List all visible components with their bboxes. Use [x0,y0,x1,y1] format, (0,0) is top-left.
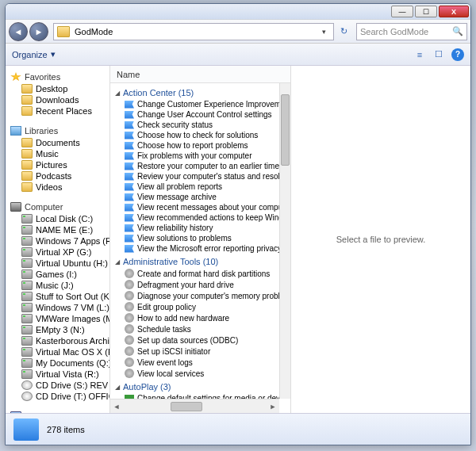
flag-icon [125,152,134,160]
list-item[interactable]: View event logs [110,357,279,368]
sidebar-item[interactable]: Windows 7 VM (L:) [6,302,109,313]
list-item[interactable]: Fix problems with your computer [110,151,279,161]
back-button[interactable]: ◄ [9,22,28,41]
sidebar-item[interactable]: Recent Places [6,105,109,117]
list-item-label: View recent messages about your computer [137,203,279,212]
list-item[interactable]: Change default settings for media or dev… [110,393,279,399]
forward-button[interactable]: ► [29,22,48,41]
address-dropdown-icon[interactable]: ▾ [317,28,330,36]
list-item[interactable]: Choose how to check for solutions [110,130,279,140]
close-button[interactable]: X [439,6,469,17]
list-item[interactable]: How to add new hardware [110,312,279,323]
list-item[interactable]: View local services [110,368,279,379]
sidebar-item[interactable]: Windows 7 Apps (F:) [6,235,109,247]
scroll-right-icon[interactable]: ► [267,403,279,411]
list-item[interactable]: Set up data sources (ODBC) [110,334,279,346]
search-placeholder: Search GodMode [360,27,428,36]
drive-icon [21,369,33,379]
group-header[interactable]: ◢Action Center (15) [110,86,279,99]
flag-icon [125,235,134,243]
help-button[interactable]: ? [451,48,464,61]
gear-icon [125,346,134,356]
sidebar-item[interactable]: Documents [6,137,109,148]
list-item[interactable]: Choose how to report problems [110,140,279,151]
list-item[interactable]: Restore your computer to an earlier time [110,161,279,171]
refresh-button[interactable]: ↻ [336,26,351,36]
sidebar-item[interactable]: Downloads [6,94,109,105]
sidebar-item[interactable]: Pictures [6,159,109,170]
list-item[interactable]: Change User Account Control settings [110,109,279,120]
sidebar-item[interactable]: VMWare Images (M:) [6,313,109,324]
list-item[interactable]: View solutions to problems [110,233,279,243]
list-item[interactable]: View recommended actions to keep Windows… [110,212,279,223]
sidebar-item[interactable]: Videos [6,182,109,193]
list-item-label: Check security status [137,120,213,129]
sidebar-item-label: CD Drive (S:) REV 35 [36,380,109,390]
list-item[interactable]: View recent messages about your computer [110,202,279,212]
list-item[interactable]: Change Customer Experience Improvement P… [110,99,279,109]
libraries-header[interactable]: Libraries [6,124,109,137]
list-item[interactable]: Set up iSCSI initiator [110,346,279,357]
list-item[interactable]: Check security status [110,120,279,130]
list-item[interactable]: View the Microsoft error reporting priva… [110,243,279,254]
ico-fold-icon [21,138,33,147]
sidebar-item[interactable]: Local Disk (C:) [6,213,109,224]
organize-button[interactable]: Organize ▾ [12,49,56,59]
column-header-name[interactable]: Name [110,66,290,83]
group-header[interactable]: ◢Administrative Tools (10) [110,255,279,268]
sidebar-item[interactable]: Virtual Ubuntu (H:) [6,258,109,269]
sidebar-item[interactable]: NAME ME (E:) [6,224,109,235]
sidebar-item[interactable]: CD Drive (S:) REV 35 [6,380,109,391]
sidebar-item[interactable]: Stuff to Sort Out (K:) [6,291,109,302]
sidebar-item[interactable]: Podcasts [6,170,109,182]
search-input[interactable]: Search GodMode 🔍 [356,23,467,40]
address-bar[interactable]: GodMode ▾ [53,23,334,40]
preview-pane-button[interactable]: ☐ [432,48,445,61]
sidebar-item[interactable]: Desktop [6,83,109,94]
computer-group: Computer Local Disk (C:)NAME ME (E:)Wind… [6,201,109,402]
sidebar-item-label: Virtual Ubuntu (H:) [36,258,108,268]
sidebar-item-label: My Documents (Q:) [36,358,109,368]
list-item-label: Set up data sources (ODBC) [137,336,238,345]
vertical-scrollbar[interactable] [279,83,290,399]
horizontal-scrollbar[interactable]: ◄ ► [110,399,279,413]
sidebar-item[interactable]: Games (I:) [6,269,109,280]
flag-icon [125,162,134,170]
list-item[interactable]: Defragment your hard drive [110,279,279,290]
list-item[interactable]: Edit group policy [110,301,279,312]
list-item-label: View local services [137,369,204,378]
sidebar-item-label: Videos [36,182,62,192]
preview-text: Select a file to preview. [336,235,426,244]
minimize-button[interactable]: — [391,6,413,17]
list-item[interactable]: Create and format hard disk partitions [110,268,279,279]
sidebar-item[interactable]: Virtual Vista (R:) [6,369,109,380]
list-item[interactable]: View all problem reports [110,182,279,192]
list-item-label: Choose how to check for solutions [137,131,258,140]
scroll-thumb[interactable] [281,94,290,166]
list-item[interactable]: View reliability history [110,223,279,233]
view-button[interactable]: ≡ [413,48,426,61]
list-item[interactable]: View message archive [110,192,279,202]
computer-header[interactable]: Computer [6,201,109,213]
group-header[interactable]: ◢AutoPlay (3) [110,380,279,393]
sidebar-item[interactable]: My Documents (Q:) [6,357,109,369]
favorites-header[interactable]: Favorites [6,71,109,83]
sidebar-item[interactable]: Music [6,148,109,159]
sidebar-item-label: Games (I:) [36,269,77,279]
list-item[interactable]: Review your computer's status and resolv… [110,171,279,182]
list-item[interactable]: Diagnose your computer's memory problems [110,290,279,301]
flag-icon [125,224,134,232]
sidebar-item[interactable]: CD Drive (T:) OFFICE [6,391,109,402]
list-item-label: View message archive [137,193,217,201]
sidebar-item[interactable]: Music (J:) [6,280,109,291]
sidebar-item[interactable]: EMpty 3 (N:) [6,324,109,335]
sidebar-item[interactable]: Virtual XP (G:) [6,247,109,258]
sidebar-item[interactable]: Virtual Mac OS X (P:) [6,346,109,357]
list-item-label: How to add new hardware [137,314,229,323]
sidebar-item[interactable]: Kasterborous Archive [6,335,109,346]
scroll-left-icon[interactable]: ◄ [110,403,123,411]
scroll-thumb-h[interactable] [171,402,202,411]
maximize-button[interactable]: ☐ [415,6,437,17]
sidebar-item-label: Virtual Vista (R:) [36,369,99,379]
list-item[interactable]: Schedule tasks [110,323,279,334]
